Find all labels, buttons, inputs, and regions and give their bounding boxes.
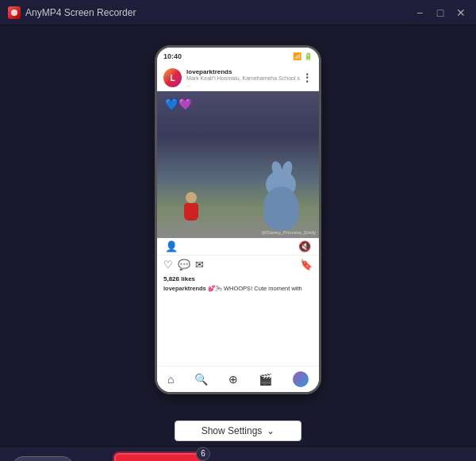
show-settings-button[interactable]: Show Settings ⌄ [175,421,301,441]
close-button[interactable]: ✕ [454,6,468,20]
show-settings-label: Show Settings [202,425,263,436]
camera-snapshot-button[interactable]: 📷 [244,459,262,462]
badge-number: 6 [196,447,210,461]
comment-icon[interactable]: 💬 [178,259,190,271]
stitch-figure [259,171,303,230]
child-leg-left [186,221,190,230]
app-icon [8,6,21,19]
maximize-button[interactable]: □ [433,6,447,20]
ig-user-row: 👤 🔇 [157,238,319,255]
show-settings-bar: Show Settings ⌄ [0,414,476,446]
phone-status-bar: 10:40 📶 🔋 [157,48,319,65]
nav-search-icon[interactable]: 🔍 [194,373,208,386]
status-time: 10:40 [163,52,182,60]
mute-icon: 🔇 [298,240,311,252]
child-leg-right [192,221,197,230]
ig-video-area: 💙💜 @Dis [157,91,319,238]
ig-actions-row: ♡ 💬 ✉ 🔖 [157,255,319,274]
stitch-body [263,186,299,230]
title-bar-left: AnyMP4 Screen Recorder [8,6,136,19]
signal-icon: 📶 [293,52,301,60]
ig-more-options[interactable]: ⋮ [301,71,313,84]
child-body [184,203,198,221]
phone-frame: 10:40 📶 🔋 L loveparktrends Mark Kealiʻi … [155,45,321,394]
ig-avatar: L [163,68,182,87]
nav-add-icon[interactable]: ⊕ [228,373,238,386]
ig-username-block: loveparktrends Mark Kealiʻi Hoomalu, Kam… [186,68,301,87]
chevron-down-icon: ⌄ [267,425,274,436]
video-watermark: @Disney_Princess_Emily [261,230,316,235]
ig-likes-count: 5,828 likes [157,274,319,284]
svg-point-0 [11,10,17,16]
bookmark-icon[interactable]: 🔖 [300,259,313,271]
ig-left-actions: ♡ 💬 ✉ [163,259,204,271]
video-placeholder: 💙💜 @Dis [157,91,319,238]
ig-caption: loveparktrends 💕🎠 WHOOPS! Cute moment wi… [157,284,319,296]
share-icon[interactable]: ✉ [195,259,204,271]
ig-user-info: L loveparktrends Mark Kealiʻi Hoomalu, K… [163,68,301,87]
minimize-button[interactable]: − [413,6,427,20]
ig-username: loveparktrends [186,68,301,75]
nav-home-icon[interactable]: ⌂ [167,373,174,386]
title-bar: AnyMP4 Screen Recorder − □ ✕ [0,0,476,25]
ig-subtitle: Mark Kealiʻi Hoomalu, Kamehameha School … [186,75,301,87]
stop-button[interactable]: Stop [114,453,204,462]
like-icon[interactable]: ♡ [163,259,173,271]
app-title: AnyMP4 Screen Recorder [25,7,136,18]
ig-caption-text: 💕🎠 WHOOPS! Cute moment with [208,285,302,292]
bottom-toolbar: Pause Stop 6 📷 00:00:19 6.81 MB/53.60 GB [0,446,476,461]
ig-caption-username: loveparktrends [163,285,206,292]
window-controls: − □ ✕ [413,6,468,20]
nav-profile-icon[interactable] [293,371,309,387]
pause-button[interactable]: Pause [12,456,74,462]
child-legs [181,221,201,230]
child-head [186,192,197,203]
stop-button-container: Stop 6 [114,453,204,462]
ig-bottom-nav: ⌂ 🔍 ⊕ 🎬 [157,366,319,392]
child-figure [181,192,201,232]
battery-icon: 🔋 [304,52,313,60]
ig-post-header: L loveparktrends Mark Kealiʻi Hoomalu, K… [157,65,319,91]
nav-reels-icon[interactable]: 🎬 [259,373,272,386]
status-icons: 📶 🔋 [293,52,313,60]
hearts-emoji: 💙💜 [165,98,192,110]
stitch-ear-right [281,160,294,178]
people-icon: 👤 [165,240,178,252]
main-area: 10:40 📶 🔋 L loveparktrends Mark Kealiʻi … [0,25,476,414]
